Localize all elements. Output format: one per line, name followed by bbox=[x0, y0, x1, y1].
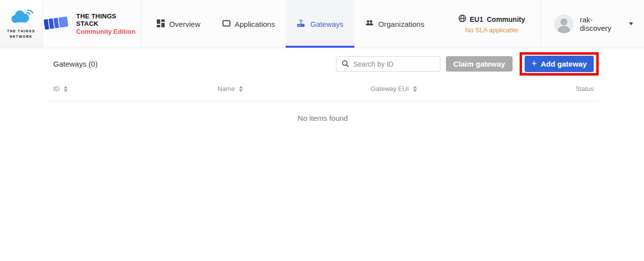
header-right: EU1 Community No SLA applicable rak-disc… bbox=[458, 0, 644, 48]
sort-icon[interactable] bbox=[239, 86, 243, 92]
column-header-gateway-eui[interactable]: Gateway EUI bbox=[371, 85, 417, 92]
search-input[interactable] bbox=[336, 56, 440, 72]
globe-icon bbox=[458, 14, 466, 24]
annotation-highlight-box: + Add gateway bbox=[520, 52, 599, 76]
gateways-page: Gateways (0) Claim gateway + Add gateway bbox=[47, 52, 599, 122]
applications-icon bbox=[222, 19, 230, 29]
column-header-id[interactable]: ID bbox=[53, 85, 68, 92]
ttn-logo[interactable]: THE THINGS NETWORK bbox=[0, 0, 43, 48]
cluster-sla-note: No SLA applicable bbox=[465, 26, 518, 34]
column-id-label: ID bbox=[53, 85, 60, 92]
column-name-label: Name bbox=[217, 85, 235, 92]
tab-overview[interactable]: Overview bbox=[146, 0, 212, 48]
tab-gateways[interactable]: Gateways bbox=[286, 0, 354, 48]
cluster-name: Community bbox=[487, 15, 525, 23]
tts-subtitle: Community Edition bbox=[76, 28, 140, 35]
cluster-row: EU1 Community bbox=[458, 14, 525, 24]
column-status-label: Status bbox=[575, 85, 594, 92]
chevron-down-icon bbox=[629, 22, 633, 25]
tab-organizations-label: Organizations bbox=[378, 20, 425, 28]
search-icon bbox=[341, 60, 349, 70]
cluster-info[interactable]: EU1 Community No SLA applicable bbox=[458, 0, 525, 48]
empty-state-message: No items found bbox=[47, 114, 599, 122]
overview-grid-icon bbox=[157, 19, 165, 29]
cluster-id: EU1 bbox=[470, 15, 483, 23]
tts-logo[interactable]: THE THINGS STACK Community Edition bbox=[43, 0, 141, 48]
ttn-logo-text: THE THINGS NETWORK bbox=[7, 29, 35, 39]
tab-applications[interactable]: Applications bbox=[212, 0, 286, 48]
toolbar-actions: Claim gateway + Add gateway bbox=[336, 52, 599, 76]
search-box bbox=[336, 56, 440, 72]
user-name: rak-discovery bbox=[580, 15, 622, 32]
main-nav: Overview Applications Gatew bbox=[146, 0, 435, 48]
top-header: THE THINGS NETWORK THE THINGS STACK Comm… bbox=[0, 0, 644, 48]
sort-icon[interactable] bbox=[413, 86, 417, 92]
tts-flags-icon bbox=[43, 14, 72, 34]
gateways-table-header: ID Name Gateway EUI Status bbox=[47, 76, 599, 101]
claim-gateway-button[interactable]: Claim gateway bbox=[446, 56, 513, 72]
user-menu[interactable]: rak-discovery bbox=[541, 0, 644, 48]
add-gateway-label: Add gateway bbox=[540, 60, 587, 68]
add-gateway-button[interactable]: + Add gateway bbox=[525, 56, 594, 72]
column-header-status: Status bbox=[575, 85, 594, 92]
gateway-router-icon bbox=[297, 19, 306, 29]
tab-organizations[interactable]: Organizations bbox=[354, 0, 435, 48]
plus-icon: + bbox=[532, 59, 537, 68]
column-header-name[interactable]: Name bbox=[217, 85, 243, 92]
avatar bbox=[554, 14, 573, 33]
organizations-people-icon bbox=[365, 19, 374, 28]
tts-logo-text: THE THINGS STACK Community Edition bbox=[76, 12, 140, 35]
sort-icon[interactable] bbox=[64, 86, 68, 92]
tts-title: THE THINGS STACK bbox=[76, 12, 140, 27]
ttn-cloud-icon bbox=[9, 8, 34, 27]
tab-overview-label: Overview bbox=[169, 20, 201, 28]
tab-applications-label: Applications bbox=[235, 20, 275, 28]
tab-gateways-label: Gateways bbox=[310, 20, 343, 28]
column-eui-label: Gateway EUI bbox=[371, 85, 409, 92]
page-title: Gateways (0) bbox=[47, 60, 98, 68]
page-toolbar: Gateways (0) Claim gateway + Add gateway bbox=[47, 52, 599, 76]
